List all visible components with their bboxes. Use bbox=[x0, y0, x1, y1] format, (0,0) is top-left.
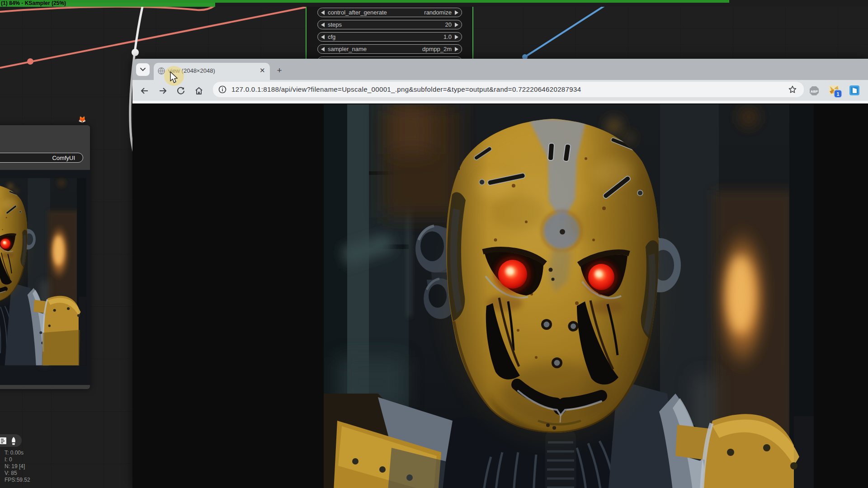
svg-text:1: 1 bbox=[837, 92, 840, 97]
svg-text:ABP: ABP bbox=[811, 89, 818, 94]
